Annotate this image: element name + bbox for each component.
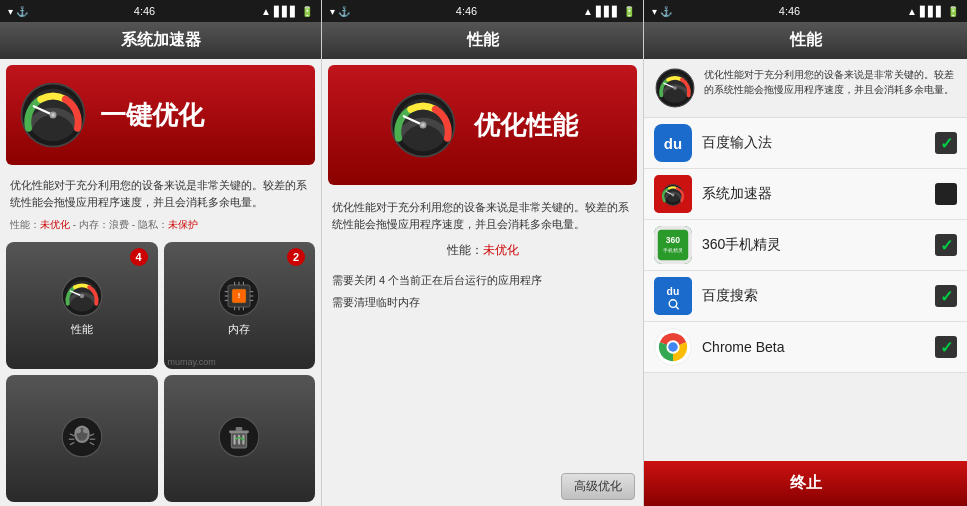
checkbox-chrome-beta[interactable]: ✓ [935, 336, 957, 358]
grid-item-trash[interactable] [164, 375, 316, 502]
app-name-system-acc: 系统加速器 [702, 185, 925, 203]
signal-icon-3: ▾ [652, 6, 657, 17]
grid-item-memory[interactable]: ! 2 内存 mumay.com [164, 242, 316, 369]
status-right-icons-3: ▲ ▋▋▋ 🔋 [907, 6, 959, 17]
svg-point-28 [75, 427, 81, 433]
performance-badge: 4 [130, 248, 148, 266]
signal-icon: ▾ [8, 6, 13, 17]
svg-rect-42 [236, 427, 243, 431]
checkbox-baidu-input[interactable]: ✓ [935, 132, 957, 154]
list-item[interactable]: du 百度输入法 ✓ [644, 118, 967, 169]
panel1-status: 性能：未优化 - 内存：浪费 - 隐私：未保护 [0, 216, 321, 238]
app-name-baidu-search: 百度搜索 [702, 287, 925, 305]
panel3-content: 优化性能对于充分利用您的设备来说是非常关键的。较差的系统性能会拖慢应用程序速度，… [644, 59, 967, 506]
memory-chip-icon: ! [217, 274, 261, 318]
svg-text:手机精灵: 手机精灵 [663, 247, 683, 253]
svg-point-48 [421, 123, 425, 127]
panel1-hero-text: 一键优化 [100, 98, 204, 133]
panel-performance: ▾ ⚓ 4:46 ▲ ▋▋▋ 🔋 性能 优化性能 [322, 0, 644, 506]
svg-point-57 [672, 194, 675, 197]
watermark: mumay.com [168, 357, 216, 367]
grid-item-shield[interactable] [6, 375, 158, 502]
360-icon: 360 手机精灵 [654, 226, 692, 264]
task-item-1: 需要关闭 4 个当前正在后台运行的应用程序 [332, 269, 633, 291]
shield-icon [60, 415, 104, 459]
performance-label: 性能 [71, 322, 93, 337]
memory-badge: 2 [287, 248, 305, 266]
battery-icon-2: 🔋 [623, 6, 635, 17]
baidu-search-icon: du [654, 277, 692, 315]
panel3-header: 性能 [644, 22, 967, 59]
signal-bars-icon-2: ▋▋▋ [596, 6, 620, 17]
panel1-hero[interactable]: 一键优化 [6, 65, 315, 165]
status-time-2: 4:46 [456, 5, 477, 17]
wifi-icon-3: ▲ [907, 6, 917, 17]
svg-text:!: ! [238, 291, 241, 300]
checkbox-baidu-search[interactable]: ✓ [935, 285, 957, 307]
panel2-footer: 高级优化 [322, 467, 643, 506]
panel2-desc: 优化性能对于充分利用您的设备来说是非常关键的。较差的系统性能会拖慢应用程序速度，… [322, 191, 643, 240]
status-time-3: 4:46 [779, 5, 800, 17]
battery-icon: 🔋 [301, 6, 313, 17]
panel2-hero-text: 优化性能 [474, 108, 578, 143]
app-name-360: 360手机精灵 [702, 236, 925, 254]
wifi-icon: ▲ [261, 6, 271, 17]
usb-icon-2: ⚓ [338, 6, 350, 17]
status-right-icons-2: ▲ ▋▋▋ 🔋 [583, 6, 635, 17]
app-list: du 百度输入法 ✓ 系统加速器 [644, 118, 967, 461]
checkbox-system-acc[interactable] [935, 183, 957, 205]
panel-app-list: ▾ ⚓ 4:46 ▲ ▋▋▋ 🔋 性能 优化性能对于充分利用您的设备来说 [644, 0, 967, 506]
panel1-content: 一键优化 优化性能对于充分利用您的设备来说是非常关键的。较差的系统性能会拖慢应用… [0, 59, 321, 506]
app-name-baidu-input: 百度输入法 [702, 134, 925, 152]
status-time-1: 4:46 [134, 5, 155, 17]
panel1-desc: 优化性能对于充分利用您的设备来说是非常关键的。较差的系统性能会拖慢应用程序速度，… [0, 171, 321, 216]
status-bar-1: ▾ ⚓ 4:46 ▲ ▋▋▋ 🔋 [0, 0, 321, 22]
info-speedometer-icon [654, 67, 696, 109]
panel2-tasks: 需要关闭 4 个当前正在后台运行的应用程序 需要清理临时内存 [322, 261, 643, 321]
system-acc-icon [654, 175, 692, 213]
panel2-speedometer-icon [388, 90, 458, 160]
panel2-status-line: 性能：未优化 [322, 240, 643, 261]
svg-rect-39 [238, 434, 240, 444]
chrome-beta-icon [654, 328, 692, 366]
usb-icon-3: ⚓ [660, 6, 672, 17]
signal-bars-icon: ▋▋▋ [274, 6, 298, 17]
battery-icon-3: 🔋 [947, 6, 959, 17]
list-item[interactable]: du 百度搜索 ✓ [644, 271, 967, 322]
panel2-content: 优化性能 优化性能对于充分利用您的设备来说是非常关键的。较差的系统性能会拖慢应用… [322, 59, 643, 506]
status-right-icons: ▲ ▋▋▋ 🔋 [261, 6, 313, 17]
svg-point-52 [673, 86, 677, 90]
usb-icon: ⚓ [16, 6, 28, 17]
panel-system-accelerator: ▾ ⚓ 4:46 ▲ ▋▋▋ 🔋 系统加速器 [0, 0, 322, 506]
app-name-chrome-beta: Chrome Beta [702, 339, 925, 355]
svg-point-69 [668, 342, 678, 352]
checkbox-360[interactable]: ✓ [935, 234, 957, 256]
svg-point-4 [51, 113, 55, 117]
task-item-2: 需要清理临时内存 [332, 291, 633, 313]
advanced-optimize-button[interactable]: 高级优化 [561, 473, 635, 500]
list-item[interactable]: Chrome Beta ✓ [644, 322, 967, 373]
status-bar-3: ▾ ⚓ 4:46 ▲ ▋▋▋ 🔋 [644, 0, 967, 22]
status-left-icons-3: ▾ ⚓ [652, 6, 672, 17]
trash-icon [217, 415, 261, 459]
panel1-header: 系统加速器 [0, 22, 321, 59]
status-left-icons: ▾ ⚓ [8, 6, 28, 17]
speedometer-icon [18, 80, 88, 150]
list-item[interactable]: 系统加速器 [644, 169, 967, 220]
signal-icon-2: ▾ [330, 6, 335, 17]
panel1-grid: 4 性能 ! [0, 238, 321, 506]
svg-point-8 [80, 294, 84, 298]
terminate-button[interactable]: 终止 [644, 461, 967, 506]
svg-text:360: 360 [666, 235, 681, 245]
signal-bars-icon-3: ▋▋▋ [920, 6, 944, 17]
status-left-icons-2: ▾ ⚓ [330, 6, 350, 17]
svg-text:du: du [667, 286, 680, 297]
panel2-hero[interactable]: 优化性能 [328, 65, 637, 185]
wifi-icon-2: ▲ [583, 6, 593, 17]
performance-speedometer-icon [60, 274, 104, 318]
svg-point-29 [83, 427, 89, 433]
baidu-input-icon: du [654, 124, 692, 162]
list-item[interactable]: 360 手机精灵 360手机精灵 ✓ [644, 220, 967, 271]
panel3-info-box: 优化性能对于充分利用您的设备来说是非常关键的。较差的系统性能会拖慢应用程序速度，… [644, 59, 967, 118]
grid-item-performance[interactable]: 4 性能 [6, 242, 158, 369]
